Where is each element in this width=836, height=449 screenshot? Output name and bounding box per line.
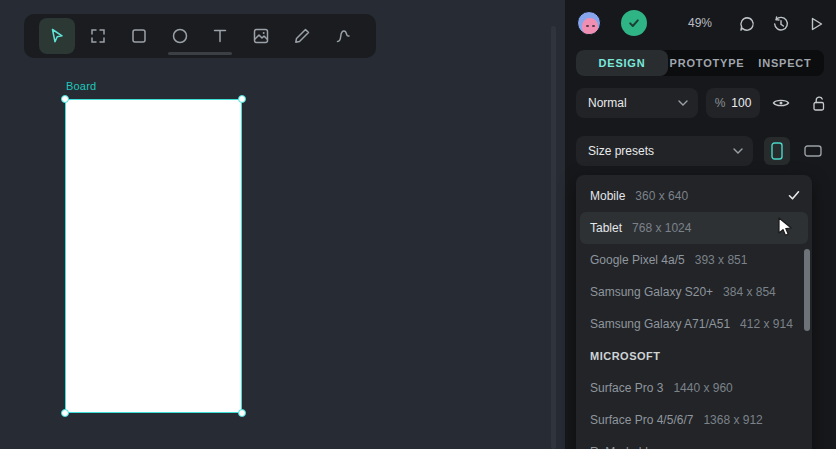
preset-size: 1440 x 960	[673, 381, 732, 395]
preset-option-remarkable[interactable]: ReMarkable	[576, 436, 812, 449]
panel-tabbar: DESIGN PROTOTYPE INSPECT	[576, 50, 824, 76]
play-button[interactable]	[806, 14, 826, 34]
preset-option-galaxy-a71[interactable]: Samsung Galaxy A71/A51 412 x 914	[576, 308, 812, 340]
tab-design[interactable]: DESIGN	[576, 50, 668, 76]
avatar-face	[582, 18, 598, 35]
tab-inspect[interactable]: INSPECT	[746, 50, 824, 76]
unlock-icon	[811, 95, 826, 112]
preset-name: ReMarkable	[590, 445, 655, 449]
check-icon	[627, 16, 641, 30]
canvas-vertical-scrollbar[interactable]	[551, 26, 556, 449]
chevron-down-icon	[678, 100, 688, 106]
board-label[interactable]: Board	[66, 80, 96, 92]
comment-icon	[738, 15, 756, 33]
board-tool-button[interactable]	[80, 18, 116, 54]
right-sidebar: 49% DESIGN PROTOTYPE INSPECT	[565, 0, 836, 449]
avatar-eye	[592, 25, 595, 27]
chevron-down-icon	[733, 148, 743, 154]
pencil-tool-icon	[292, 26, 312, 46]
panel-topbar: 49%	[565, 0, 836, 46]
preset-name: Surface Pro 3	[590, 381, 663, 395]
preset-size: 412 x 914	[740, 317, 793, 331]
preset-size: 360 x 640	[635, 189, 688, 203]
visibility-toggle[interactable]	[768, 90, 794, 116]
preset-name: Samsung Galaxy S20+	[590, 285, 713, 299]
preset-option-tablet[interactable]: Tablet 768 x 1024	[580, 212, 808, 244]
resize-handle-bottom-left[interactable]	[61, 409, 69, 417]
preset-name: Google Pixel 4a/5	[590, 253, 685, 267]
select-tool-button[interactable]	[39, 18, 75, 54]
preset-name: Mobile	[590, 189, 625, 203]
zoom-level[interactable]: 49%	[677, 16, 723, 30]
text-tool-icon	[210, 26, 230, 46]
orientation-portrait-button[interactable]	[764, 137, 790, 165]
lock-toggle[interactable]	[805, 90, 831, 116]
rectangle-tool-icon	[129, 26, 149, 46]
preset-option-surface-pro-3[interactable]: Surface Pro 3 1440 x 960	[576, 372, 812, 404]
blend-mode-select[interactable]: Normal	[576, 88, 698, 118]
text-tool-button[interactable]	[202, 18, 238, 54]
preset-option-galaxy-s20[interactable]: Samsung Galaxy S20+ 384 x 854	[576, 276, 812, 308]
preset-size: 393 x 851	[695, 253, 748, 267]
rectangle-tool-button[interactable]	[121, 18, 157, 54]
opacity-percent-symbol: %	[715, 96, 726, 110]
preset-size: 768 x 1024	[632, 221, 691, 235]
saved-status-button[interactable]	[621, 10, 647, 36]
tab-prototype[interactable]: PROTOTYPE	[668, 50, 746, 76]
blend-mode-value: Normal	[588, 96, 678, 110]
size-presets-dropdown: Mobile 360 x 640 Tablet 768 x 1024 Googl…	[576, 175, 812, 449]
portrait-icon	[771, 142, 783, 160]
board-frame[interactable]	[66, 100, 241, 412]
select-tool-icon	[47, 26, 67, 46]
preset-section-microsoft: MICROSOFT	[576, 340, 812, 372]
board-tool-icon	[88, 26, 108, 46]
image-tool-button[interactable]	[243, 18, 279, 54]
preset-option-mobile[interactable]: Mobile 360 x 640	[576, 180, 812, 212]
check-icon	[788, 190, 800, 201]
preset-option-google-pixel[interactable]: Google Pixel 4a/5 393 x 851	[576, 244, 812, 276]
avatar-eye	[586, 25, 589, 27]
history-button[interactable]	[771, 14, 791, 34]
dropdown-scrollbar-thumb[interactable]	[804, 249, 810, 331]
preset-option-surface-pro-4567[interactable]: Surface Pro 4/5/6/7 1368 x 912	[576, 404, 812, 436]
size-presets-label: Size presets	[588, 144, 733, 158]
toolbar-drag-handle[interactable]	[168, 52, 232, 55]
play-icon	[807, 15, 825, 33]
preset-size: 1368 x 912	[703, 413, 762, 427]
opacity-value: 100	[731, 96, 751, 110]
ellipse-tool-button[interactable]	[162, 18, 198, 54]
path-tool-icon	[333, 26, 353, 46]
avatar[interactable]	[577, 11, 601, 35]
path-tool-button[interactable]	[325, 18, 361, 54]
history-icon	[772, 15, 790, 33]
preset-name: Surface Pro 4/5/6/7	[590, 413, 693, 427]
orientation-landscape-button[interactable]	[797, 137, 829, 165]
comments-button[interactable]	[737, 14, 757, 34]
app-window: Board 49%	[0, 0, 836, 449]
landscape-icon	[804, 145, 822, 157]
canvas-viewport[interactable]: Board	[0, 0, 565, 449]
pencil-tool-button[interactable]	[284, 18, 320, 54]
tools-toolbar	[24, 14, 376, 58]
ellipse-tool-icon	[170, 26, 190, 46]
resize-handle-bottom-right[interactable]	[238, 409, 246, 417]
resize-handle-top-right[interactable]	[238, 95, 246, 103]
size-presets-select[interactable]: Size presets	[576, 136, 753, 166]
opacity-input[interactable]: % 100	[706, 88, 760, 118]
preset-name: Tablet	[590, 221, 622, 235]
resize-handle-top-left[interactable]	[61, 95, 69, 103]
preset-name: Samsung Galaxy A71/A51	[590, 317, 730, 331]
preset-size: 384 x 854	[723, 285, 776, 299]
image-tool-icon	[251, 26, 271, 46]
eye-icon	[772, 97, 790, 109]
